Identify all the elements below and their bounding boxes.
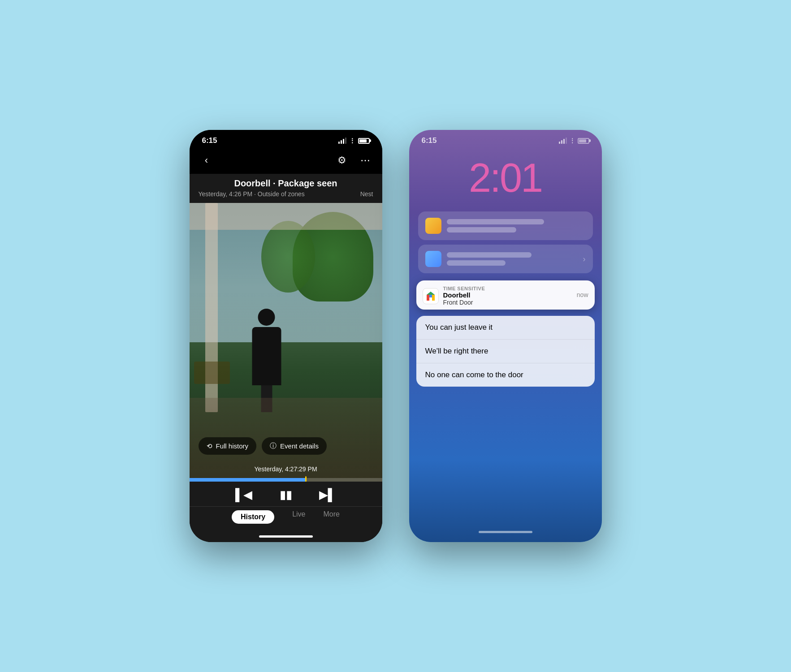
blurred-notifications: › xyxy=(409,211,602,273)
live-nav-label: Live xyxy=(292,510,305,518)
truck-shape xyxy=(194,362,230,384)
skip-back-button[interactable]: ▌◀ xyxy=(235,488,252,502)
right-phone: 6:15 ⋮ 2:01 xyxy=(409,130,602,542)
blurred-text-2b xyxy=(447,260,506,266)
quick-replies: You can just leave it We'll be right the… xyxy=(416,316,595,387)
bottom-nav: History Live More xyxy=(190,506,382,533)
nav-action-icons: ⚙ ⋯ xyxy=(334,152,373,168)
event-title: Doorbell · Package seen xyxy=(199,178,373,189)
info-icon: ⓘ xyxy=(270,442,277,450)
notif-app-name: Doorbell xyxy=(443,291,572,299)
nav-live[interactable]: Live xyxy=(292,510,305,524)
reply-option-3[interactable]: No one can come to the door xyxy=(416,363,595,387)
title-section: Doorbell · Package seen Yesterday, 4:26 … xyxy=(190,174,382,203)
person-shape xyxy=(252,309,281,412)
pause-button[interactable]: ▮▮ xyxy=(280,488,292,502)
notif-sensitivity-label: TIME SENSITIVE xyxy=(443,286,572,291)
notif-app-info: TIME SENSITIVE Doorbell Front Door xyxy=(443,286,572,306)
notif-time: now xyxy=(577,286,588,298)
back-button[interactable]: ‹ xyxy=(199,152,215,168)
lock-battery-icon xyxy=(578,138,589,144)
blurred-text-1b xyxy=(447,227,516,233)
blurred-icon-2 xyxy=(425,251,441,267)
notif-location: Front Door xyxy=(443,299,572,306)
video-feed: ⟲ Full history ⓘ Event details Yesterday… xyxy=(190,203,382,482)
video-timestamp: Yesterday, 4:27:29 PM xyxy=(254,465,317,473)
blurred-text-1a xyxy=(447,219,544,224)
event-subtitle: Yesterday, 4:26 PM · Outside of zones Ne… xyxy=(199,190,373,198)
wifi-icon: ⋮ xyxy=(349,137,355,144)
blurred-notif-2: › xyxy=(418,245,593,273)
settings-button[interactable]: ⚙ xyxy=(334,152,350,168)
timeline-marker xyxy=(305,476,307,482)
home-indicator xyxy=(190,533,382,542)
google-home-svg xyxy=(425,291,436,302)
porch-ceiling xyxy=(190,203,382,230)
home-bar xyxy=(259,535,313,538)
skip-forward-button[interactable]: ▶▌ xyxy=(319,488,336,502)
nav-history[interactable]: History xyxy=(232,510,274,524)
home-indicator-right xyxy=(409,526,602,542)
reply-option-1[interactable]: You can just leave it xyxy=(416,316,595,340)
event-time-location: Yesterday, 4:26 PM · Outside of zones xyxy=(199,190,305,198)
history-pill: History xyxy=(232,510,274,524)
status-bar-left: 6:15 ⋮ xyxy=(190,130,382,149)
google-home-icon xyxy=(423,288,439,304)
timeline-progress xyxy=(190,478,305,482)
nest-badge: Nest xyxy=(360,190,373,198)
playback-controls: ▌◀ ▮▮ ▶▌ xyxy=(190,482,382,506)
status-icons: ⋮ xyxy=(338,137,370,144)
timeline-bar[interactable] xyxy=(190,478,382,482)
event-details-button[interactable]: ⓘ Event details xyxy=(262,437,327,455)
full-history-label: Full history xyxy=(216,442,249,450)
battery-icon xyxy=(358,138,370,144)
clock-display: 2:01 xyxy=(409,149,602,211)
history-icon: ⟲ xyxy=(207,442,212,450)
full-history-button[interactable]: ⟲ Full history xyxy=(199,437,257,455)
main-notification[interactable]: TIME SENSITIVE Doorbell Front Door now xyxy=(416,280,595,310)
lock-status-bar: 6:15 ⋮ xyxy=(409,130,602,149)
notif-header: TIME SENSITIVE Doorbell Front Door now xyxy=(416,280,595,310)
nav-bar: ‹ ⚙ ⋯ xyxy=(190,149,382,174)
lock-time: 6:15 xyxy=(422,136,437,145)
overlay-controls: ⟲ Full history ⓘ Event details xyxy=(199,437,373,455)
blurred-text-2a xyxy=(447,252,532,258)
more-options-button[interactable]: ⋯ xyxy=(357,152,373,168)
nav-more[interactable]: More xyxy=(324,510,340,524)
tree-middle xyxy=(261,221,315,293)
lock-wifi-icon: ⋮ xyxy=(570,138,575,144)
blurred-notif-1 xyxy=(418,211,593,240)
more-nav-label: More xyxy=(324,510,340,518)
signal-icon xyxy=(338,138,346,144)
history-nav-label: History xyxy=(241,513,265,521)
person-head xyxy=(258,309,275,326)
blurred-icon-1 xyxy=(425,218,441,234)
lock-signal-icon xyxy=(559,138,567,144)
time-display: 6:15 xyxy=(202,136,217,145)
blurred-arrow-icon: › xyxy=(583,254,586,264)
person-body xyxy=(252,327,281,385)
event-details-label: Event details xyxy=(280,442,319,450)
clock-time: 2:01 xyxy=(409,158,602,198)
lock-status-icons: ⋮ xyxy=(559,138,589,144)
lock-screen: 6:15 ⋮ 2:01 xyxy=(409,130,602,542)
home-bar-right xyxy=(479,531,532,533)
left-phone: 6:15 ⋮ ‹ ⚙ ⋯ Doorbell · Package seen Yes… xyxy=(190,130,382,542)
reply-option-2[interactable]: We'll be right there xyxy=(416,340,595,363)
